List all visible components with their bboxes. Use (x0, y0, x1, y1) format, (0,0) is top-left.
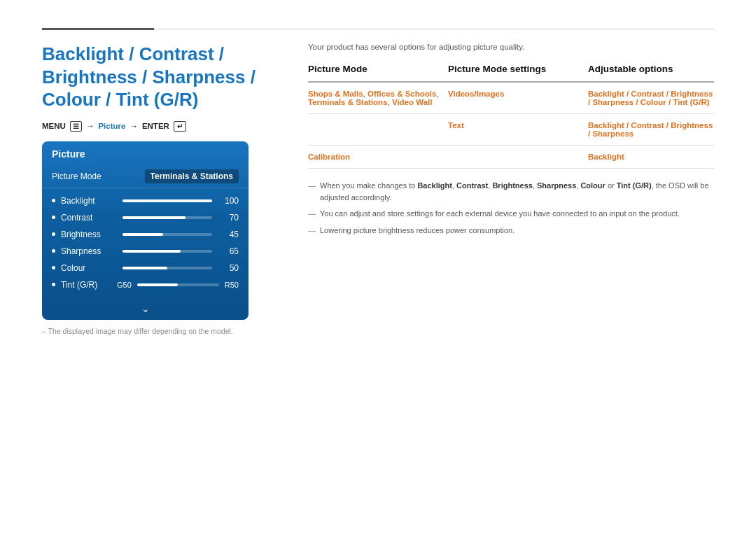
osd-item-dot (52, 249, 55, 253)
table-cell-settings-3 (448, 146, 588, 169)
osd-items: Backlight 100 Contrast 70 (42, 188, 248, 300)
osd-slider-fill-sharpness (122, 250, 181, 253)
osd-item-dot (52, 216, 55, 219)
table-cell-mode-2 (308, 114, 448, 146)
osd-item-dot (52, 266, 55, 269)
osd-item-sharpness[interactable]: Sharpness 65 (42, 243, 248, 260)
mode-text-4: Video Wall (392, 98, 433, 106)
table-cell-settings-1: Videos/Images (448, 82, 588, 114)
osd-chevron[interactable]: ⌄ (42, 300, 248, 320)
note-item-2: — You can adjust and store settings for … (308, 208, 714, 220)
osd-item-backlight[interactable]: Backlight 100 (42, 192, 248, 209)
mode-text-1: Shops & Malls (308, 90, 363, 98)
osd-slider-fill-brightness (122, 233, 163, 236)
mode-text-3: Terminals & Stations (308, 98, 388, 106)
note-text-3: Lowering picture brightness reduces powe… (320, 225, 514, 237)
osd-slider-track-brightness[interactable] (122, 233, 212, 236)
osd-header: Picture (42, 141, 248, 165)
menu-icon: ☰ (70, 121, 82, 132)
table-row: Calibration Backlight (308, 146, 714, 169)
note-text-2: You can adjust and store settings for ea… (320, 208, 680, 220)
osd-slider-track-colour[interactable] (122, 267, 212, 269)
settings-text-1: Videos/Images (448, 90, 504, 98)
table-cell-settings-2: Text (448, 114, 588, 146)
note-dash-2: — (308, 208, 316, 220)
table-cell-mode-3: Calibration (308, 146, 448, 169)
osd-item-label-backlight: Backlight (61, 196, 117, 206)
osd-item-label-colour: Colour (61, 263, 117, 273)
note-item-3: — Lowering picture brightness reduces po… (308, 225, 714, 237)
table-cell-options-1: Backlight / Contrast / Brightness / Shar… (588, 82, 714, 114)
osd-slider-track-backlight[interactable] (122, 199, 212, 202)
page-title: Backlight / Contrast / Brightness / Shar… (42, 43, 280, 111)
rule-light (154, 29, 714, 29)
osd-mode-row: Picture Mode Terminals & Stations (42, 165, 248, 188)
table-cell-mode-1: Shops & Malls, Offices & Schools, Termin… (308, 82, 448, 114)
osd-slider-fill-colour (122, 267, 167, 269)
arrow-1: → (86, 122, 94, 130)
note-dash-3: — (308, 225, 316, 237)
table-cell-options-2: Backlight / Contrast / Brightness / Shar… (588, 114, 714, 146)
osd-slider-track-contrast[interactable] (122, 216, 212, 219)
osd-item-brightness[interactable]: Brightness 45 (42, 226, 248, 243)
left-column: Backlight / Contrast / Brightness / Shar… (42, 43, 280, 335)
osd-item-label-brightness: Brightness (61, 230, 117, 239)
table-header-options: Adjustable options (588, 64, 714, 82)
osd-slider-fill-backlight (122, 199, 212, 202)
osd-item-value-backlight: 100 (218, 196, 239, 206)
arrow-2: → (130, 122, 138, 130)
osd-item-tint[interactable]: Tint (G/R) G50 R50 (42, 276, 248, 293)
enter-icon: ↵ (174, 121, 186, 132)
osd-item-label-sharpness: Sharpness (61, 246, 117, 256)
osd-tint-fill (137, 283, 178, 286)
osd-tint-label: Tint (G/R) (61, 280, 117, 290)
osd-item-value-sharpness: 65 (218, 246, 239, 256)
picture-table: Picture Mode Picture Mode settings Adjus… (308, 64, 714, 169)
table-row: Text Backlight / Contrast / Brightness /… (308, 114, 714, 146)
osd-item-dot (52, 232, 55, 236)
osd-item-value-brightness: 45 (218, 230, 239, 239)
osd-panel: Picture Picture Mode Terminals & Station… (42, 141, 248, 320)
options-text-1: Backlight / Contrast / Brightness / Shar… (588, 90, 713, 106)
osd-item-dot (52, 199, 55, 202)
osd-item-contrast[interactable]: Contrast 70 (42, 209, 248, 226)
osd-slider-fill-contrast (122, 216, 186, 219)
menu-instruction: MENU ☰ → Picture → ENTER ↵ (42, 121, 280, 132)
top-rule (42, 28, 714, 30)
mode-text-2: Offices & Schools (368, 90, 436, 98)
page: Backlight / Contrast / Brightness / Shar… (0, 0, 756, 534)
table-row: Shops & Malls, Offices & Schools, Termin… (308, 82, 714, 114)
table-cell-options-3: Backlight (588, 146, 714, 169)
osd-tint-dot (52, 283, 55, 286)
notes-section: — When you make changes to Backlight, Co… (308, 180, 714, 236)
enter-label: ENTER (142, 122, 169, 130)
note-text-1: When you make changes to Backlight, Cont… (320, 180, 714, 203)
settings-text-2: Text (448, 121, 464, 129)
picture-link: Picture (98, 122, 125, 130)
osd-item-label-contrast: Contrast (61, 213, 117, 223)
note-dash-1: — (308, 180, 316, 192)
osd-mode-value: Terminals & Stations (145, 169, 239, 183)
osd-item-colour[interactable]: Colour 50 (42, 260, 248, 276)
mode-text-calibration: Calibration (308, 153, 350, 161)
osd-item-value-contrast: 70 (218, 213, 239, 223)
options-text-2: Backlight / Contrast / Brightness / Shar… (588, 121, 713, 138)
right-column: Your product has several options for adj… (308, 43, 714, 335)
note-item-1: — When you make changes to Backlight, Co… (308, 180, 714, 203)
menu-label: MENU (42, 122, 66, 130)
intro-text: Your product has several options for adj… (308, 43, 714, 51)
options-text-3: Backlight (588, 153, 624, 161)
osd-tint-g-value: G50 (117, 281, 132, 289)
table-header-mode: Picture Mode (308, 64, 448, 82)
osd-mode-label: Picture Mode (52, 171, 145, 181)
mode-sep-2: , (436, 90, 438, 98)
table-header-settings: Picture Mode settings (448, 64, 588, 82)
osd-item-value-colour: 50 (218, 263, 239, 273)
osd-slider-track-sharpness[interactable] (122, 250, 212, 253)
rule-dark (42, 28, 154, 30)
osd-tint-r-value: R50 (225, 281, 239, 289)
content-area: Backlight / Contrast / Brightness / Shar… (42, 43, 714, 335)
osd-tint-slider[interactable] (137, 283, 219, 286)
image-note: – The displayed image may differ dependi… (42, 327, 280, 335)
